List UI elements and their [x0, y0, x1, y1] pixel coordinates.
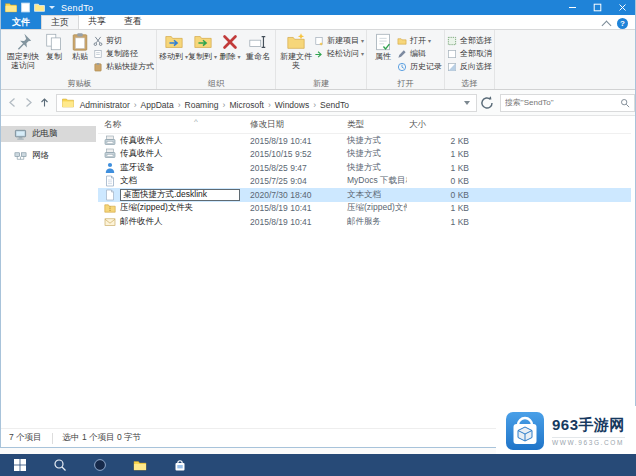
breadcrumb-segment[interactable]: Windows	[272, 100, 312, 110]
taskbar	[0, 454, 636, 476]
collapse-ribbon-icon[interactable]	[603, 21, 611, 26]
copy-button[interactable]: 复制	[41, 30, 67, 62]
cut-button[interactable]: 剪切	[93, 34, 154, 47]
file-list: 名称 修改日期 类型 大小 传真收件人 2015/8/19 10:41 快捷方式…	[98, 116, 631, 229]
qat-properties-button[interactable]	[20, 2, 31, 13]
up-button[interactable]	[37, 95, 53, 111]
ribbon-group-clipboard: 固定到快速访问 复制 粘贴 剪切	[3, 30, 157, 89]
forward-button[interactable]	[21, 95, 37, 111]
breadcrumb[interactable]: Administrator›AppData›Roaming›Microsoft›…	[56, 94, 477, 112]
sidebar-item-network[interactable]: 网络	[1, 148, 96, 164]
file-date: 2015/7/25 9:04	[246, 176, 343, 186]
tab-view[interactable]: 查看	[115, 15, 151, 29]
close-button[interactable]	[610, 0, 635, 15]
file-type: 压缩(zipped)文件...	[343, 202, 407, 214]
move-to-button[interactable]: 移动到	[159, 30, 188, 62]
search-icon	[620, 98, 630, 108]
tab-file[interactable]: 文件	[1, 15, 41, 29]
breadcrumb-segment[interactable]: SendTo	[317, 100, 352, 110]
history-icon	[397, 62, 407, 72]
breadcrumb-segment[interactable]: AppData	[138, 100, 177, 110]
rename-icon	[248, 32, 268, 52]
file-icon-slot	[104, 216, 116, 228]
copy-path-icon	[93, 49, 103, 59]
store-button[interactable]	[160, 454, 200, 476]
qat-customize-icon[interactable]	[49, 6, 55, 9]
select-none-button[interactable]: 全部取消	[447, 47, 492, 60]
table-row[interactable]: 传真收件人 2015/8/19 10:41 快捷方式 2 KB	[98, 134, 631, 148]
cortana-icon	[93, 458, 107, 472]
file-date: 2015/8/25 9:47	[246, 163, 343, 173]
file-name: 传真收件人	[120, 135, 163, 147]
invert-selection-button[interactable]: 反向选择	[447, 60, 492, 73]
paste-button[interactable]: 粘贴	[67, 30, 93, 62]
sidebar-item-this-pc[interactable]: 此电脑	[1, 126, 96, 142]
column-header-date[interactable]: 修改日期	[246, 119, 343, 131]
search-input[interactable]	[505, 98, 620, 107]
tab-share[interactable]: 共享	[79, 15, 115, 29]
cortana-button[interactable]	[80, 454, 120, 476]
invert-selection-icon	[447, 62, 457, 72]
select-none-icon	[447, 49, 457, 59]
pin-to-quick-access-button[interactable]: 固定到快速访问	[5, 30, 41, 71]
file-icon	[104, 189, 116, 201]
file-icon-slot	[104, 135, 116, 147]
delete-button[interactable]: 删除	[217, 30, 243, 62]
group-label-new: 新建	[278, 78, 364, 89]
edit-pencil-icon	[397, 49, 407, 59]
table-row[interactable]: 压缩(zipped)文件夹 2015/8/19 10:41 压缩(zipped)…	[98, 202, 631, 216]
refresh-button[interactable]	[479, 95, 495, 111]
tab-home[interactable]: 主页	[41, 15, 79, 29]
help-icon[interactable]	[617, 18, 628, 29]
table-row[interactable]: 邮件收件人 2015/8/19 10:41 邮件服务 1 KB	[98, 215, 631, 229]
breadcrumb-segment[interactable]: Microsoft	[226, 100, 266, 110]
open-button[interactable]: 打开	[397, 34, 442, 47]
breadcrumb-segment[interactable]: Roaming	[182, 100, 222, 110]
group-label-open: 打开	[369, 78, 442, 89]
table-row[interactable]: 蓝牙设备 2015/8/25 9:47 快捷方式 1 KB	[98, 161, 631, 175]
start-button[interactable]	[0, 454, 40, 476]
mail-icon	[104, 216, 116, 228]
move-to-icon	[164, 32, 184, 52]
easy-access-button[interactable]: 轻松访问	[314, 47, 364, 60]
table-row[interactable]: 传真收件人 2015/10/15 9:52 快捷方式 1 KB	[98, 148, 631, 162]
file-name: 压缩(zipped)文件夹	[120, 202, 193, 214]
column-header-size[interactable]: 大小	[407, 119, 483, 131]
selection-status: 选中 1 个项目 0 字节	[63, 432, 141, 444]
breadcrumb-segment[interactable]: Administrator	[77, 100, 133, 110]
taskbar-search-button[interactable]	[40, 454, 80, 476]
start-icon	[13, 458, 27, 472]
copy-path-button[interactable]: 复制路径	[93, 47, 154, 60]
navigation-sidebar: 此电脑网络	[1, 116, 96, 428]
back-button[interactable]	[5, 95, 21, 111]
taskbar-search-icon	[53, 458, 67, 472]
minimize-button[interactable]	[560, 0, 585, 15]
file-type: 快捷方式	[343, 135, 407, 147]
new-item-button[interactable]: 新建项目	[314, 34, 364, 47]
column-header-name[interactable]: 名称	[98, 119, 246, 131]
address-dropdown-icon[interactable]	[464, 101, 470, 105]
paste-shortcut-button[interactable]: 粘贴快捷方式	[93, 60, 154, 73]
column-header-type[interactable]: 类型	[343, 119, 407, 131]
qat-new-folder-button[interactable]	[34, 2, 45, 13]
rename-button[interactable]: 重命名	[243, 30, 273, 62]
file-size: 1 KB	[407, 203, 483, 213]
history-button[interactable]: 历史记录	[397, 60, 442, 73]
paste-shortcut-icon	[93, 62, 103, 72]
scissors-icon	[93, 36, 103, 46]
select-all-button[interactable]: 全部选择	[447, 34, 492, 47]
copy-to-button[interactable]: 复制到	[188, 30, 217, 62]
maximize-button[interactable]	[585, 0, 610, 15]
paste-icon	[70, 32, 90, 52]
edit-button[interactable]: 编辑	[397, 47, 442, 60]
file-type: 快捷方式	[343, 162, 407, 174]
table-row[interactable]: 文档 2015/7/25 9:04 MyDocs 下载目标 0 KB	[98, 175, 631, 189]
file-name: 蓝牙设备	[120, 162, 154, 174]
table-row[interactable]: 2020/7/30 18:40 文本文档 0 KB	[98, 188, 631, 202]
rename-input[interactable]	[120, 189, 240, 201]
new-folder-button[interactable]: 新建文件夹	[278, 30, 314, 71]
file-explorer-button[interactable]	[120, 454, 160, 476]
properties-button[interactable]: 属性	[369, 30, 397, 62]
explorer-window: SendTo 文件 主页 共享 查看	[0, 0, 636, 448]
file-type: 快捷方式	[343, 148, 407, 160]
